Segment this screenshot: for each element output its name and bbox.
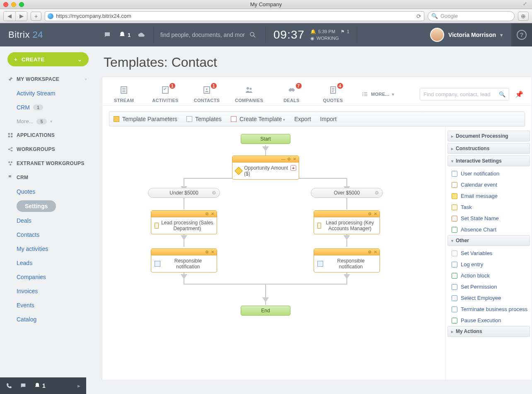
sidebar-item-catalog[interactable]: Catalog — [0, 312, 96, 326]
node-lead-right[interactable]: ⚙✕ Lead processing (Key Accounts Manager… — [314, 210, 380, 234]
node-lead-left[interactable]: ⚙✕ Lead processing (Sales Department) — [151, 210, 217, 234]
logo[interactable]: Bitrix 24 — [0, 29, 104, 40]
pin-icon[interactable]: 📌 — [515, 90, 523, 98]
create-button[interactable]: + CREATE ⌄ — [7, 52, 89, 66]
sidebar-section-workgroups[interactable]: WORKGROUPS — [0, 142, 96, 156]
notifications-button[interactable]: 1 — [118, 31, 131, 39]
node-notif-right[interactable]: ⚙✕ Responsible notification — [314, 248, 380, 272]
sidebar-item-settings[interactable]: Settings — [17, 200, 56, 212]
chevron-right-icon[interactable]: ▸ — [77, 382, 80, 389]
palette-section-interactive[interactable]: Interactive Settings — [447, 156, 530, 166]
tab-contacts[interactable]: 1 CONTACTS — [193, 85, 220, 103]
palette-section-other[interactable]: Other — [447, 235, 530, 246]
close-icon[interactable]: ✕ — [374, 250, 378, 254]
gear-icon[interactable] — [83, 76, 89, 82]
add-branch-button[interactable]: + — [290, 165, 296, 171]
palette-item[interactable]: Task — [446, 202, 532, 213]
sidebar-section-applications[interactable]: APPLICATIONS — [0, 128, 96, 142]
palette-item[interactable]: Email message — [446, 190, 532, 202]
palette-item[interactable]: Pause Execution — [446, 315, 532, 326]
palette-item[interactable]: Set Variables — [446, 248, 532, 259]
palette-section-constructions[interactable]: Constructions — [447, 143, 530, 154]
palette-item[interactable]: Log entry — [446, 259, 532, 270]
sidebar-item-invoices[interactable]: Invoices — [0, 284, 96, 298]
gear-icon[interactable]: ⚙ — [205, 250, 209, 254]
svg-point-16 — [247, 87, 249, 90]
sidebar-item-quotes[interactable]: Quotes — [0, 185, 96, 199]
sidebar-item-my-activities[interactable]: My activities — [0, 242, 96, 256]
templates-button[interactable]: Templates — [186, 116, 222, 122]
close-icon[interactable]: ✕ — [293, 157, 297, 161]
workflow-canvas[interactable]: Start —⚙✕ Opportunity Amount ($) + Under… — [102, 126, 445, 380]
tab-companies[interactable]: COMPANIES — [235, 85, 264, 103]
branch-under[interactable]: Under $5000⚙ — [148, 188, 220, 198]
palette-item[interactable]: Set Permission — [446, 281, 532, 292]
browser-search[interactable]: 🔍 Google — [428, 11, 515, 21]
export-button[interactable]: Export — [294, 116, 311, 122]
gear-icon[interactable]: ⚙ — [368, 250, 372, 254]
url-bar[interactable]: https://mycompany.bitrix24.com ⟳ — [45, 11, 424, 21]
node-condition[interactable]: —⚙✕ Opportunity Amount ($) + — [232, 156, 299, 180]
sidebar-item-more[interactable]: More...5▾ — [0, 114, 96, 128]
node-notif-left[interactable]: ⚙✕ Responsible notification — [151, 248, 217, 272]
close-icon[interactable]: ✕ — [211, 212, 215, 216]
sidebar-item-activity-stream[interactable]: Activity Stream — [0, 86, 96, 100]
palette-item[interactable]: Select Employee — [446, 292, 532, 304]
gear-icon[interactable]: ⚙ — [205, 212, 209, 216]
fullscreen-icon[interactable]: ⤢ — [523, 1, 530, 7]
palette-item[interactable]: Set State Name — [446, 213, 532, 224]
phone-icon[interactable] — [6, 382, 12, 389]
tab-activities[interactable]: 1 ACTIVITIES — [152, 85, 179, 103]
import-button[interactable]: Import — [320, 116, 337, 122]
downloads-button[interactable]: ⊕ — [518, 12, 529, 21]
gear-icon[interactable]: ⚙ — [368, 212, 372, 216]
sidebar-section-crm[interactable]: CRM — [0, 170, 96, 185]
node-end[interactable]: End — [241, 306, 290, 316]
sidebar-item-contacts[interactable]: Contacts — [0, 228, 96, 242]
sidebar-item-deals[interactable]: Deals — [0, 214, 96, 228]
help-button[interactable]: ? — [511, 23, 532, 46]
palette-item[interactable]: Terminate business process — [446, 304, 532, 315]
back-button[interactable]: ◀ — [4, 12, 15, 21]
palette-section-myactions[interactable]: My Actions — [447, 326, 530, 337]
tab-more[interactable]: MORE...▾ — [361, 90, 394, 98]
chat-icon[interactable] — [104, 31, 111, 39]
find-input[interactable]: Find company, contact, lead 🔍 — [420, 88, 509, 100]
tab-stream[interactable]: STREAM — [111, 85, 137, 103]
palette-section-doc[interactable]: Document Processing — [447, 131, 530, 141]
palette-item[interactable]: User notification — [446, 168, 532, 179]
reload-icon[interactable]: ⟳ — [416, 13, 421, 19]
clock-widget[interactable]: 09:37 🔔5:39 PM ⚑1 ◉WORKING — [266, 28, 357, 41]
sidebar-section-extranet[interactable]: EXTRANET WORKGROUPS — [0, 156, 96, 170]
palette-item[interactable]: Calendar event — [446, 179, 532, 190]
close-icon[interactable]: ✕ — [374, 212, 378, 216]
sidebar-section-workspace[interactable]: MY WORKSPACE — [0, 72, 96, 86]
close-icon[interactable]: ✕ — [211, 250, 215, 254]
user-menu[interactable]: Victoria Morrison ▾ — [430, 28, 503, 42]
gear-icon[interactable]: ⚙ — [212, 190, 216, 196]
svg-point-20 — [362, 94, 363, 95]
palette-item[interactable]: Action block — [446, 270, 532, 281]
gear-icon[interactable]: ⚙ — [375, 190, 379, 196]
node-start[interactable]: Start — [241, 134, 290, 144]
search-hint: find people, documents, and mor — [160, 32, 245, 38]
sidebar-item-events[interactable]: Events — [0, 298, 96, 312]
sidebar-item-leads[interactable]: Leads — [0, 256, 96, 270]
chat-icon[interactable] — [20, 382, 27, 389]
template-parameters-button[interactable]: Template Parameters — [114, 116, 177, 122]
minimize-icon[interactable]: — — [281, 157, 285, 161]
forward-button[interactable]: ▶ — [15, 12, 27, 21]
sidebar-item-crm[interactable]: CRM1 — [0, 100, 96, 114]
sidebar-item-companies[interactable]: Companies — [0, 270, 96, 284]
extranet-icon — [7, 161, 13, 166]
add-bookmark-button[interactable]: + — [31, 12, 41, 21]
create-template-button[interactable]: Create Template — [231, 116, 285, 122]
notif-button[interactable]: 1 — [34, 382, 46, 389]
global-search[interactable]: find people, documents, and mor — [154, 31, 266, 39]
tab-quotes[interactable]: 4 QUOTES — [320, 85, 346, 103]
tab-deals[interactable]: 7 DEALS — [278, 85, 305, 103]
cloud-icon[interactable] — [138, 31, 145, 39]
branch-over[interactable]: Over $5000⚙ — [311, 188, 383, 198]
gear-icon[interactable]: ⚙ — [287, 157, 291, 161]
palette-item[interactable]: Absence Chart — [446, 224, 532, 235]
